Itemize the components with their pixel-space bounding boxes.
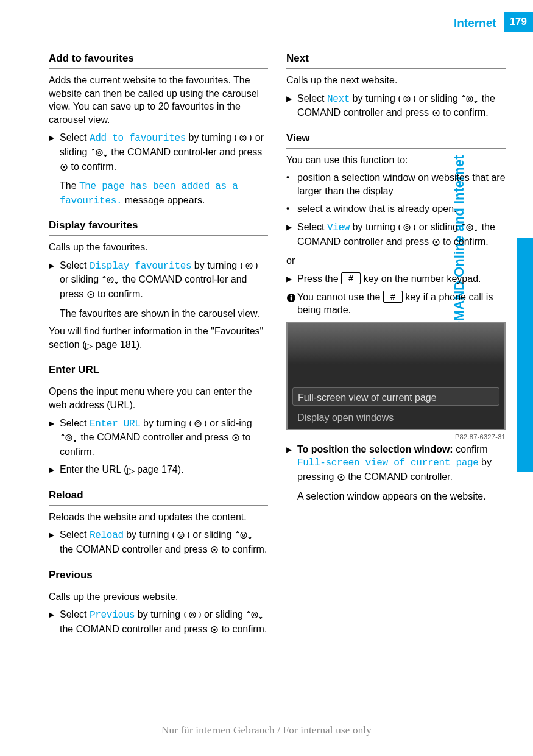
text-previous-desc: Calls up the previous website. xyxy=(49,590,268,604)
rotate-controller-icon xyxy=(398,222,416,235)
step-reload: ▶ Select Reload by turning or sliding th… xyxy=(49,528,268,557)
screenshot-figure: Full-screen view of current page Display… xyxy=(286,322,506,442)
text-reload-desc: Reloads the website and updates the cont… xyxy=(49,510,268,524)
page-number: 179 xyxy=(504,12,533,32)
step-body: Select Add to favourites by turning or s… xyxy=(60,131,268,174)
heading-previous: Previous xyxy=(49,568,268,585)
svg-point-37 xyxy=(406,227,408,229)
t: page 174). xyxy=(135,464,184,475)
step-result: The The page has been added as a favouri… xyxy=(60,179,268,208)
t: by turning xyxy=(191,260,239,270)
text-further-info: You will find further information in the… xyxy=(49,325,268,352)
footer-watermark: Nur für internen Gebrauch / For internal… xyxy=(0,724,533,738)
svg-point-14 xyxy=(66,435,72,441)
bullet-icon: • xyxy=(286,171,297,197)
page-ref-icon: ▷ xyxy=(127,464,135,478)
rotate-controller-icon xyxy=(234,132,252,146)
step-marker-icon: ▶ xyxy=(286,443,297,485)
heading-view: View xyxy=(286,132,506,149)
press-controller-icon xyxy=(432,236,440,250)
note-text: You cannot use the # key if a phone call… xyxy=(297,291,506,317)
press-controller-icon xyxy=(210,624,219,637)
step-previous: ▶ Select Previous by turning or sliding … xyxy=(49,608,268,637)
t: the COMAND controller and press xyxy=(60,624,210,634)
svg-point-18 xyxy=(178,532,184,539)
info-icon xyxy=(286,291,297,317)
bullet-2: • select a window that is already open. xyxy=(286,202,506,216)
menu-reload: Reload xyxy=(90,530,124,541)
svg-point-29 xyxy=(213,628,216,631)
svg-point-32 xyxy=(467,96,473,102)
svg-point-25 xyxy=(191,614,194,616)
step-body: Enter the URL (▷ page 174). xyxy=(60,463,268,478)
step-body: Select Next by turning or sliding the CO… xyxy=(297,92,506,121)
step-marker-icon: ▶ xyxy=(286,221,297,249)
t: by turning xyxy=(350,222,398,232)
t: by turning xyxy=(135,609,183,620)
step-marker-icon: ▶ xyxy=(49,608,60,637)
page-header: Internet 179 xyxy=(454,12,533,32)
step-result: A selection window appears on the websit… xyxy=(297,490,506,503)
rotate-controller-icon xyxy=(189,418,207,431)
heading-add-favourites: Add to favourites xyxy=(49,52,268,69)
step-view-hash: ▶ Press the # key on the number keypad. xyxy=(286,272,506,286)
menu-enter-url: Enter URL xyxy=(90,419,141,429)
step-next: ▶ Select Next by turning or sliding the … xyxy=(286,92,506,121)
svg-point-11 xyxy=(90,294,92,296)
bullet-text: position a selection window on websites … xyxy=(297,171,506,197)
t: or sliding xyxy=(60,274,101,284)
step-result: The favourites are shown in the carousel… xyxy=(60,307,268,320)
svg-point-41 xyxy=(435,241,437,243)
text-next-desc: Calls up the next website. xyxy=(286,74,506,87)
svg-rect-44 xyxy=(291,297,292,300)
text-enter-url-desc: Opens the input menu where you can enter… xyxy=(49,385,268,411)
slide-controller-icon xyxy=(60,432,78,445)
hash-key-icon: # xyxy=(341,272,361,284)
heading-enter-url: Enter URL xyxy=(49,363,268,380)
svg-point-33 xyxy=(468,97,471,100)
svg-point-5 xyxy=(63,166,65,168)
svg-point-35 xyxy=(435,112,437,115)
svg-point-0 xyxy=(240,135,246,141)
step-marker-icon: ▶ xyxy=(49,417,60,459)
step-body: Select Previous by turning or sliding th… xyxy=(60,608,268,637)
press-controller-icon xyxy=(86,289,95,302)
t: the COMAND control- xyxy=(108,147,206,157)
svg-point-9 xyxy=(109,279,111,281)
slide-controller-icon xyxy=(101,274,119,288)
screenshot-frame: Full-screen view of current page Display… xyxy=(286,322,506,430)
t: The xyxy=(60,180,79,191)
press-controller-icon xyxy=(210,544,219,557)
svg-point-20 xyxy=(241,532,247,539)
heading-display-favourites: Display favourites xyxy=(49,219,268,236)
menu-add-to-favourites: Add to favourites xyxy=(90,133,186,144)
step-marker-icon: ▶ xyxy=(49,259,60,302)
right-column: Next Calls up the next website. ▶ Select… xyxy=(286,52,506,641)
step-marker-icon: ▶ xyxy=(49,463,60,478)
press-controller-icon xyxy=(432,107,440,121)
svg-point-46 xyxy=(340,476,342,479)
svg-point-23 xyxy=(213,549,216,551)
press-controller-icon xyxy=(231,432,240,445)
screenshot-caption: P82.87-6327-31 xyxy=(286,433,506,442)
svg-point-6 xyxy=(246,263,252,269)
info-note: You cannot use the # key if a phone call… xyxy=(286,291,506,317)
slide-controller-icon xyxy=(90,147,108,160)
t: the COMAND controller and press xyxy=(60,544,210,554)
left-column: Add to favourites Adds the current websi… xyxy=(49,52,268,641)
page-content: Add to favourites Adds the current websi… xyxy=(49,52,506,641)
rotate-controller-icon xyxy=(183,609,202,623)
screenshot-bg xyxy=(288,323,504,364)
page-ref-icon: ▷ xyxy=(85,339,93,353)
bullet-1: • position a selection window on website… xyxy=(286,171,506,197)
svg-point-43 xyxy=(291,295,292,296)
t: Select xyxy=(60,529,90,540)
t: page 181). xyxy=(93,339,142,350)
t: You cannot use the xyxy=(297,292,383,302)
text-add-fav-desc: Adds the current website to the favourit… xyxy=(49,74,268,126)
step-enter-url-2: ▶ Enter the URL (▷ page 174). xyxy=(49,463,268,478)
bullet-text: select a window that is already open. xyxy=(297,202,506,216)
rotate-controller-icon xyxy=(172,529,190,543)
t: Select xyxy=(60,260,90,270)
svg-point-38 xyxy=(467,225,473,231)
